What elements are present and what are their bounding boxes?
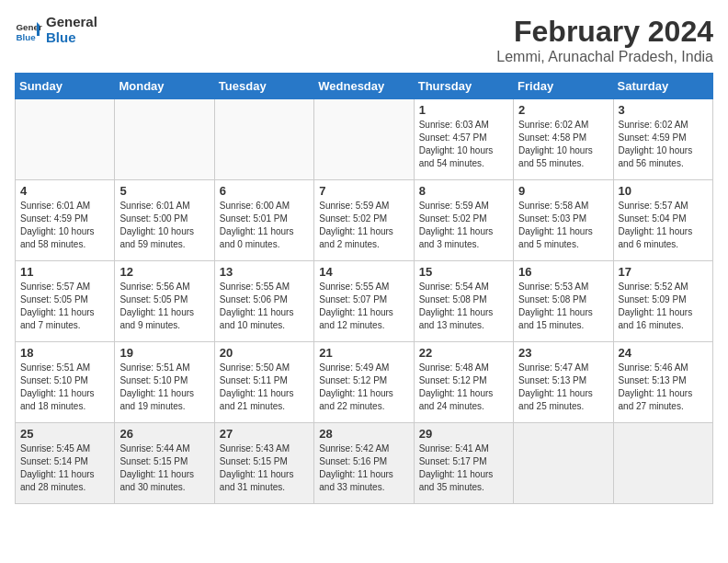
day-number: 21 [319,346,408,360]
page-header: General Blue General Blue February 2024 … [15,15,713,65]
day-info: Sunrise: 5:55 AM Sunset: 5:07 PM Dayligh… [319,281,408,332]
header-wednesday: Wednesday [314,74,414,99]
day-number: 29 [419,427,508,441]
day-info: Sunrise: 6:02 AM Sunset: 4:58 PM Dayligh… [518,119,608,170]
day-info: Sunrise: 5:48 AM Sunset: 5:12 PM Dayligh… [419,362,508,413]
day-info: Sunrise: 5:57 AM Sunset: 5:05 PM Dayligh… [20,281,109,332]
day-number: 15 [419,265,508,279]
header-saturday: Saturday [613,74,712,99]
day-number: 17 [619,265,708,279]
day-info: Sunrise: 5:43 AM Sunset: 5:15 PM Dayligh… [220,442,309,494]
day-info: Sunrise: 5:51 AM Sunset: 5:10 PM Dayligh… [20,362,109,413]
calendar-cell [115,99,214,180]
calendar-cell: 29Sunrise: 5:41 AM Sunset: 5:17 PM Dayli… [414,423,513,504]
calendar-cell: 20Sunrise: 5:50 AM Sunset: 5:11 PM Dayli… [214,342,313,423]
calendar-cell: 16Sunrise: 5:53 AM Sunset: 5:08 PM Dayli… [514,261,613,342]
day-info: Sunrise: 6:03 AM Sunset: 4:57 PM Dayligh… [419,119,508,170]
day-number: 13 [220,265,309,279]
logo: General Blue General Blue [15,15,97,45]
logo-icon: General Blue [15,17,42,44]
calendar-cell: 21Sunrise: 5:49 AM Sunset: 5:12 PM Dayli… [314,342,414,423]
day-info: Sunrise: 5:53 AM Sunset: 5:08 PM Dayligh… [518,281,608,332]
calendar-cell: 1Sunrise: 6:03 AM Sunset: 4:57 PM Daylig… [414,99,513,180]
day-info: Sunrise: 6:01 AM Sunset: 5:00 PM Dayligh… [119,200,209,251]
day-info: Sunrise: 6:02 AM Sunset: 4:59 PM Dayligh… [619,119,708,170]
calendar-cell: 7Sunrise: 5:59 AM Sunset: 5:02 PM Daylig… [314,180,414,261]
day-number: 2 [518,103,608,117]
calendar-cell: 4Sunrise: 6:01 AM Sunset: 4:59 PM Daylig… [16,180,115,261]
calendar-cell: 13Sunrise: 5:55 AM Sunset: 5:06 PM Dayli… [214,261,313,342]
calendar-week-4: 18Sunrise: 5:51 AM Sunset: 5:10 PM Dayli… [16,342,713,423]
header-thursday: Thursday [414,74,513,99]
day-number: 20 [220,346,309,360]
calendar-cell: 19Sunrise: 5:51 AM Sunset: 5:10 PM Dayli… [115,342,214,423]
day-info: Sunrise: 5:59 AM Sunset: 5:02 PM Dayligh… [319,200,408,251]
calendar-cell: 9Sunrise: 5:58 AM Sunset: 5:03 PM Daylig… [514,180,613,261]
calendar-cell: 6Sunrise: 6:00 AM Sunset: 5:01 PM Daylig… [214,180,313,261]
header-friday: Friday [514,74,613,99]
calendar-week-1: 1Sunrise: 6:03 AM Sunset: 4:57 PM Daylig… [16,99,713,180]
calendar-subtitle: Lemmi, Arunachal Pradesh, India [496,49,713,65]
calendar-cell: 24Sunrise: 5:46 AM Sunset: 5:13 PM Dayli… [613,342,712,423]
calendar-cell [514,423,613,504]
day-number: 5 [119,184,209,198]
day-info: Sunrise: 5:44 AM Sunset: 5:15 PM Dayligh… [119,442,209,494]
calendar-cell [214,99,313,180]
day-number: 4 [20,184,109,198]
day-info: Sunrise: 5:57 AM Sunset: 5:04 PM Dayligh… [619,200,708,251]
day-number: 24 [619,346,708,360]
day-number: 16 [518,265,608,279]
calendar-cell: 26Sunrise: 5:44 AM Sunset: 5:15 PM Dayli… [115,423,214,504]
calendar-cell [16,99,115,180]
day-info: Sunrise: 5:56 AM Sunset: 5:05 PM Dayligh… [119,281,209,332]
day-number: 3 [619,103,708,117]
svg-text:Blue: Blue [17,31,37,41]
calendar-cell: 17Sunrise: 5:52 AM Sunset: 5:09 PM Dayli… [613,261,712,342]
calendar-cell: 25Sunrise: 5:45 AM Sunset: 5:14 PM Dayli… [16,423,115,504]
day-number: 7 [319,184,408,198]
calendar-cell: 14Sunrise: 5:55 AM Sunset: 5:07 PM Dayli… [314,261,414,342]
calendar-cell: 28Sunrise: 5:42 AM Sunset: 5:16 PM Dayli… [314,423,414,504]
calendar-cell: 18Sunrise: 5:51 AM Sunset: 5:10 PM Dayli… [16,342,115,423]
header-tuesday: Tuesday [214,74,313,99]
day-info: Sunrise: 5:51 AM Sunset: 5:10 PM Dayligh… [119,362,209,413]
calendar-week-3: 11Sunrise: 5:57 AM Sunset: 5:05 PM Dayli… [16,261,713,342]
logo-line2: Blue [46,30,97,46]
logo-line1: General [46,15,97,30]
calendar-header-row: Sunday Monday Tuesday Wednesday Thursday… [16,74,713,99]
title-section: February 2024 Lemmi, Arunachal Pradesh, … [496,15,713,65]
day-info: Sunrise: 6:00 AM Sunset: 5:01 PM Dayligh… [220,200,309,251]
day-number: 25 [20,427,109,441]
calendar-cell: 2Sunrise: 6:02 AM Sunset: 4:58 PM Daylig… [514,99,613,180]
day-number: 14 [319,265,408,279]
day-number: 18 [20,346,109,360]
day-info: Sunrise: 5:50 AM Sunset: 5:11 PM Dayligh… [220,362,309,413]
calendar-cell: 8Sunrise: 5:59 AM Sunset: 5:02 PM Daylig… [414,180,513,261]
calendar-cell: 11Sunrise: 5:57 AM Sunset: 5:05 PM Dayli… [16,261,115,342]
calendar-cell: 27Sunrise: 5:43 AM Sunset: 5:15 PM Dayli… [214,423,313,504]
day-info: Sunrise: 5:45 AM Sunset: 5:14 PM Dayligh… [20,442,109,494]
day-number: 8 [419,184,508,198]
day-info: Sunrise: 5:52 AM Sunset: 5:09 PM Dayligh… [619,281,708,332]
day-number: 11 [20,265,109,279]
calendar-cell: 3Sunrise: 6:02 AM Sunset: 4:59 PM Daylig… [613,99,712,180]
day-info: Sunrise: 6:01 AM Sunset: 4:59 PM Dayligh… [20,200,109,251]
day-info: Sunrise: 5:54 AM Sunset: 5:08 PM Dayligh… [419,281,508,332]
calendar-cell [314,99,414,180]
day-number: 22 [419,346,508,360]
day-info: Sunrise: 5:58 AM Sunset: 5:03 PM Dayligh… [518,200,608,251]
day-number: 27 [220,427,309,441]
day-info: Sunrise: 5:49 AM Sunset: 5:12 PM Dayligh… [319,362,408,413]
day-number: 23 [518,346,608,360]
day-number: 6 [220,184,309,198]
day-number: 9 [518,184,608,198]
day-number: 28 [319,427,408,441]
calendar-cell: 15Sunrise: 5:54 AM Sunset: 5:08 PM Dayli… [414,261,513,342]
calendar-cell [613,423,712,504]
day-info: Sunrise: 5:59 AM Sunset: 5:02 PM Dayligh… [419,200,508,251]
day-info: Sunrise: 5:42 AM Sunset: 5:16 PM Dayligh… [319,442,408,494]
calendar-cell: 22Sunrise: 5:48 AM Sunset: 5:12 PM Dayli… [414,342,513,423]
header-sunday: Sunday [16,74,115,99]
day-number: 19 [119,346,209,360]
day-number: 12 [119,265,209,279]
